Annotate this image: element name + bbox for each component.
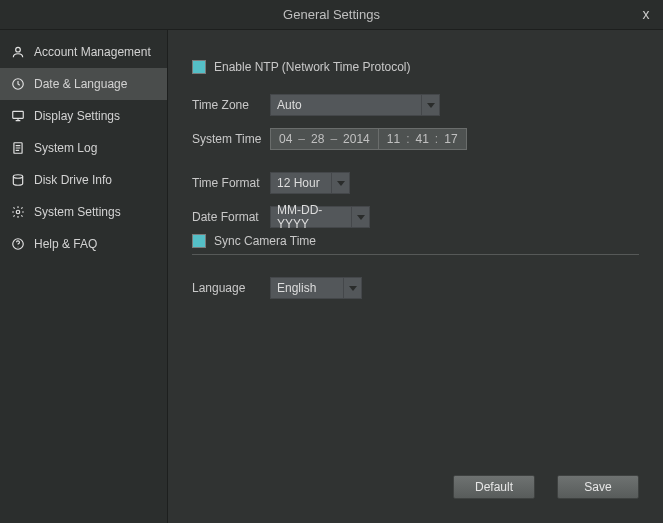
time-hh: 11: [387, 132, 400, 146]
timeformat-label: Time Format: [192, 176, 270, 190]
dateformat-select[interactable]: MM-DD-YYYY: [270, 206, 370, 228]
systemtime-row: System Time 04 – 28 – 2014 11 : 41 : 17: [192, 122, 639, 156]
chevron-down-icon: [421, 95, 439, 115]
svg-rect-2: [13, 111, 24, 118]
sidebar-item-help-faq[interactable]: Help & FAQ: [0, 228, 167, 260]
sync-camera-checkbox[interactable]: [192, 234, 206, 248]
enable-ntp-row: Enable NTP (Network Time Protocol): [192, 60, 639, 74]
sidebar-item-date-language[interactable]: Date & Language: [0, 68, 167, 100]
language-label: Language: [192, 281, 270, 295]
systemtime-label: System Time: [192, 132, 270, 146]
clock-icon: [10, 76, 26, 92]
timezone-value: Auto: [277, 98, 302, 112]
footer-buttons: Default Save: [453, 475, 639, 499]
time-ss: 17: [444, 132, 457, 146]
system-datetime-input[interactable]: 04 – 28 – 2014 11 : 41 : 17: [270, 128, 467, 150]
default-button[interactable]: Default: [453, 475, 535, 499]
sidebar-item-label: Help & FAQ: [34, 237, 97, 251]
sidebar-item-label: System Settings: [34, 205, 121, 219]
date-dd: 28: [311, 132, 324, 146]
date-mm: 04: [279, 132, 292, 146]
close-icon: x: [643, 6, 650, 22]
titlebar: General Settings x: [0, 0, 663, 30]
chevron-down-icon: [351, 207, 369, 227]
gear-icon: [10, 204, 26, 220]
time-sep: :: [435, 132, 438, 146]
sidebar-item-account-management[interactable]: Account Management: [0, 36, 167, 68]
svg-point-5: [16, 210, 20, 214]
timezone-select[interactable]: Auto: [270, 94, 440, 116]
dateformat-label: Date Format: [192, 210, 270, 224]
timeformat-value: 12 Hour: [277, 176, 320, 190]
sidebar-item-label: Disk Drive Info: [34, 173, 112, 187]
monitor-icon: [10, 108, 26, 124]
sidebar-item-display-settings[interactable]: Display Settings: [0, 100, 167, 132]
time-sep: :: [406, 132, 409, 146]
sync-camera-row: Sync Camera Time: [192, 234, 639, 248]
sidebar-item-system-log[interactable]: System Log: [0, 132, 167, 164]
chevron-down-icon: [343, 278, 361, 298]
sidebar-item-label: Display Settings: [34, 109, 120, 123]
date-sep: –: [330, 132, 337, 146]
sidebar-item-label: System Log: [34, 141, 97, 155]
timezone-row: Time Zone Auto: [192, 88, 639, 122]
log-icon: [10, 140, 26, 156]
dateformat-row: Date Format MM-DD-YYYY: [192, 200, 639, 234]
user-icon: [10, 44, 26, 60]
sidebar-item-label: Date & Language: [34, 77, 127, 91]
svg-point-0: [16, 47, 21, 52]
sidebar-item-label: Account Management: [34, 45, 151, 59]
window-title: General Settings: [283, 7, 380, 22]
system-time-box[interactable]: 11 : 41 : 17: [378, 128, 467, 150]
help-icon: [10, 236, 26, 252]
timeformat-row: Time Format 12 Hour: [192, 166, 639, 200]
enable-ntp-checkbox[interactable]: [192, 60, 206, 74]
time-mm: 41: [416, 132, 429, 146]
svg-point-7: [18, 246, 19, 247]
sidebar: Account Management Date & Language Displ…: [0, 30, 168, 523]
close-button[interactable]: x: [635, 4, 657, 26]
sidebar-item-system-settings[interactable]: System Settings: [0, 196, 167, 228]
chevron-down-icon: [331, 173, 349, 193]
timeformat-select[interactable]: 12 Hour: [270, 172, 350, 194]
enable-ntp-label: Enable NTP (Network Time Protocol): [214, 60, 411, 74]
content-panel: Enable NTP (Network Time Protocol) Time …: [168, 30, 663, 523]
timezone-label: Time Zone: [192, 98, 270, 112]
sync-camera-label: Sync Camera Time: [214, 234, 316, 248]
svg-point-4: [13, 175, 22, 179]
dateformat-value: MM-DD-YYYY: [277, 203, 349, 231]
save-button[interactable]: Save: [557, 475, 639, 499]
disk-icon: [10, 172, 26, 188]
system-date-box[interactable]: 04 – 28 – 2014: [270, 128, 378, 150]
date-sep: –: [298, 132, 305, 146]
language-row: Language English: [192, 271, 639, 305]
date-yyyy: 2014: [343, 132, 370, 146]
sidebar-item-disk-drive-info[interactable]: Disk Drive Info: [0, 164, 167, 196]
section-divider: [192, 254, 639, 255]
language-value: English: [277, 281, 316, 295]
language-select[interactable]: English: [270, 277, 362, 299]
